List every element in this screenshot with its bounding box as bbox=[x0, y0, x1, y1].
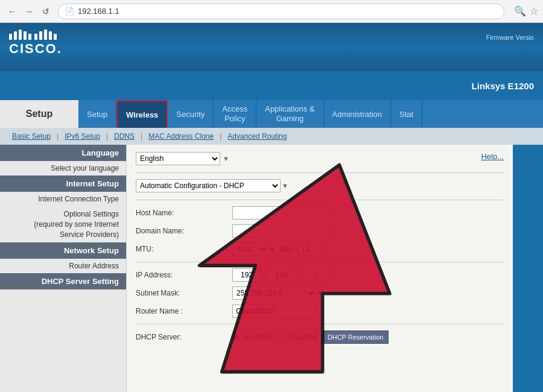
dhcp-radio-group: Enabled Disabled DHCP Reservation bbox=[232, 330, 389, 344]
setup-label: Setup bbox=[0, 100, 78, 128]
svg-rect-3 bbox=[24, 31, 27, 40]
sidebar-item-select-language[interactable]: Select your language bbox=[0, 161, 126, 175]
domain-name-label: Domain Name: bbox=[136, 227, 232, 235]
refresh-button[interactable]: ↺ bbox=[39, 4, 53, 19]
cisco-header: CISCO. Firmware Versio bbox=[0, 23, 543, 71]
internet-connection-row: Automatic Configuration - DHCP Static IP… bbox=[136, 179, 504, 192]
sub-nav: Basic Setup | IPv6 Setup | DDNS | MAC Ad… bbox=[0, 128, 543, 145]
subnet-mask-row: Subnet Mask: 255.255.255.0 255.255.0.0 2… bbox=[136, 286, 504, 300]
browser-action-icons: 🔍 ☆ bbox=[514, 5, 538, 17]
language-section: English French Spanish German ▼ bbox=[136, 152, 504, 165]
svg-rect-0 bbox=[9, 34, 12, 40]
nav-header: Linksys E1200 bbox=[0, 71, 543, 100]
url-text: 192.168.1.1 bbox=[78, 7, 119, 16]
sidebar-item-internet-connection-type[interactable]: Internet Connection Type bbox=[0, 192, 126, 206]
router-name-input[interactable] bbox=[232, 305, 317, 318]
dhcp-server-label: DHCP Server: bbox=[136, 333, 232, 341]
tab-administration[interactable]: Administration bbox=[324, 100, 391, 128]
back-button[interactable]: ← bbox=[5, 4, 19, 19]
ip-octet1[interactable] bbox=[232, 268, 261, 282]
mtu-row: MTU: Auto Manual ▼ Size: bbox=[136, 242, 504, 256]
domain-name-row: Domain Name: bbox=[136, 224, 504, 238]
content-wrapper: Language Select your language Internet S… bbox=[0, 145, 543, 392]
sidebar-section-network-setup: Network Setup bbox=[0, 242, 126, 259]
sub-tab-basic-setup[interactable]: Basic Setup bbox=[6, 132, 57, 141]
router-name-label: Router Name : bbox=[136, 307, 232, 315]
main-nav: Setup Setup Wireless Security AccessPoli… bbox=[0, 100, 543, 128]
subnet-mask-label: Subnet Mask: bbox=[136, 289, 232, 297]
dhcp-reservation-button[interactable]: DHCP Reservation bbox=[322, 330, 389, 344]
cisco-bars bbox=[9, 29, 57, 40]
browser-nav-buttons: ← → ↺ bbox=[5, 4, 53, 19]
dhcp-enabled-radio[interactable] bbox=[232, 334, 240, 341]
size-label: Size: bbox=[279, 245, 296, 253]
svg-rect-5 bbox=[34, 34, 37, 40]
dhcp-disabled-radio[interactable] bbox=[276, 334, 284, 341]
mtu-label: MTU: bbox=[136, 245, 232, 253]
sidebar-item-router-address[interactable]: Router Address bbox=[0, 259, 126, 273]
ip-address-label: IP Address: bbox=[136, 271, 232, 279]
dhcp-disabled-label: Disabled bbox=[289, 333, 317, 341]
ip-address-inputs: . . bbox=[232, 268, 331, 282]
svg-rect-8 bbox=[49, 31, 52, 40]
right-panel bbox=[513, 145, 543, 392]
domain-name-input[interactable] bbox=[232, 224, 329, 238]
router-ui: CISCO. Firmware Versio Linksys E1200 Set… bbox=[0, 23, 543, 392]
tab-status[interactable]: Stat bbox=[391, 100, 422, 128]
host-name-label: Host Name: bbox=[136, 209, 232, 217]
tab-wireless[interactable]: Wireless bbox=[116, 100, 168, 128]
host-name-input[interactable] bbox=[232, 206, 329, 220]
browser-chrome: ← → ↺ 📄 192.168.1.1 🔍 ☆ bbox=[0, 0, 543, 23]
svg-rect-1 bbox=[14, 31, 17, 40]
forward-button[interactable]: → bbox=[22, 4, 36, 19]
svg-rect-4 bbox=[28, 34, 31, 40]
sidebar-section-language: Language bbox=[0, 145, 126, 161]
sub-tab-ddns[interactable]: DDNS bbox=[108, 132, 141, 141]
sidebar-section-dhcp: DHCP Server Setting bbox=[0, 273, 126, 289]
svg-rect-2 bbox=[19, 30, 22, 40]
language-select[interactable]: English French Spanish German bbox=[136, 152, 220, 165]
language-row: English French Spanish German ▼ bbox=[136, 152, 481, 165]
subnet-mask-select[interactable]: 255.255.255.0 255.255.0.0 255.0.0.0 bbox=[232, 286, 317, 300]
search-icon[interactable]: 🔍 bbox=[514, 5, 526, 17]
internet-connection-select[interactable]: Automatic Configuration - DHCP Static IP… bbox=[136, 179, 281, 192]
internet-connection-section: Automatic Configuration - DHCP Static IP… bbox=[136, 179, 504, 192]
ip-octet2[interactable] bbox=[267, 268, 296, 282]
sidebar-section-internet-setup: Internet Setup bbox=[0, 175, 126, 192]
help-link[interactable]: Help... bbox=[481, 152, 504, 161]
main-content: Help... English French Spanish German ▼ bbox=[127, 145, 513, 392]
svg-rect-6 bbox=[39, 31, 42, 40]
ip-address-row: IP Address: . . bbox=[136, 268, 504, 282]
router-name-row: Router Name : bbox=[136, 305, 504, 318]
sub-tab-advanced-routing[interactable]: Advanced Routing bbox=[221, 132, 293, 141]
cisco-wordmark: CISCO. bbox=[9, 41, 62, 57]
dhcp-enabled-label: Enabled bbox=[245, 333, 272, 341]
mtu-size-input[interactable] bbox=[298, 242, 322, 256]
sidebar: Language Select your language Internet S… bbox=[0, 145, 127, 392]
mtu-select[interactable]: Auto Manual bbox=[232, 242, 268, 256]
sidebar-item-optional-settings[interactable]: Optional Settings(required by some Inter… bbox=[0, 206, 126, 242]
cisco-logo: CISCO. bbox=[9, 29, 62, 57]
ip-octet3[interactable] bbox=[302, 268, 331, 282]
tab-security[interactable]: Security bbox=[168, 100, 214, 128]
sub-tab-ipv6-setup[interactable]: IPv6 Setup bbox=[59, 132, 106, 141]
svg-rect-9 bbox=[54, 34, 57, 40]
tab-applications-gaming[interactable]: Applications &Gaming bbox=[256, 100, 323, 128]
sub-tab-mac-address-clone[interactable]: MAC Address Clone bbox=[142, 132, 220, 141]
address-bar[interactable]: 📄 192.168.1.1 bbox=[58, 4, 504, 19]
tab-access-policy[interactable]: AccessPolicy bbox=[214, 100, 256, 128]
svg-rect-7 bbox=[44, 30, 47, 40]
host-name-row: Host Name: bbox=[136, 206, 504, 220]
tab-setup[interactable]: Setup bbox=[78, 100, 116, 128]
dhcp-server-row: DHCP Server: Enabled Disabled DHCP Reser… bbox=[136, 330, 504, 344]
router-model: Linksys E1200 bbox=[472, 81, 543, 91]
firmware-version-text: Firmware Versio bbox=[486, 34, 534, 41]
bookmark-icon[interactable]: ☆ bbox=[530, 5, 538, 17]
